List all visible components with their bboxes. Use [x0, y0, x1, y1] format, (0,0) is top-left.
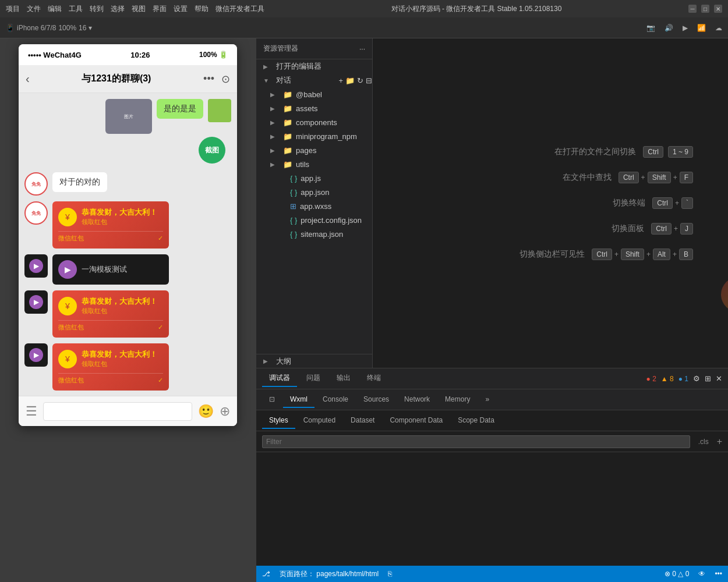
panel-tab-sources[interactable]: Sources [356, 392, 396, 408]
more-icon[interactable]: ••• [715, 570, 722, 578]
close-button[interactable]: ✕ [714, 5, 722, 13]
explorer-actions[interactable]: ··· [359, 45, 365, 53]
tree-item-appjson[interactable]: { } app.json [256, 185, 372, 199]
menu-item-select[interactable]: 选择 [111, 4, 125, 14]
tree-item-miniprogram-npm[interactable]: ▶ 📁 miniprogram_npm [256, 129, 372, 143]
emoji-icon[interactable]: 🙂 [198, 404, 214, 419]
menu-item-devtools[interactable]: 微信开发者工具 [215, 4, 264, 14]
folder-icon: 📁 [283, 160, 292, 169]
tab-debugger[interactable]: 调试器 [262, 371, 297, 387]
toolbar-screenshot[interactable]: 📷 [646, 24, 655, 32]
arrow-icon: ▶ [270, 91, 280, 98]
minimize-button[interactable]: ─ [688, 5, 697, 13]
tree-item-appwxss[interactable]: ⊞ app.wxss [256, 199, 372, 213]
style-tab-component-data[interactable]: Component Data [383, 413, 450, 429]
settings-icon[interactable]: ⚙ [693, 374, 700, 383]
tree-item-pages[interactable]: ▶ 📁 pages [256, 143, 372, 157]
header-action-icons[interactable]: ••• ⊙ [203, 73, 230, 86]
refresh-icon[interactable]: ↻ [357, 76, 363, 85]
close-icon[interactable]: ✕ [716, 374, 722, 383]
chat-title: 与1231的群聊(3) [34, 73, 199, 85]
back-button[interactable]: ‹ [26, 72, 30, 86]
style-tab-computed[interactable]: Computed [296, 413, 342, 429]
key-b: B [679, 249, 693, 260]
new-folder-icon[interactable]: 📁 [345, 76, 355, 85]
menu-item-edit[interactable]: 编辑 [48, 4, 62, 14]
tree-item-assets[interactable]: ▶ 📁 assets [256, 101, 372, 115]
shortcut-label: 切换面板 [612, 223, 644, 234]
tree-item-utils[interactable]: ▶ 📁 utils [256, 157, 372, 171]
menu-item-help[interactable]: 帮助 [195, 4, 208, 14]
chat-input[interactable] [43, 402, 192, 421]
red-packet-title: 恭喜发财，大吉大利！ [82, 207, 157, 218]
maximize-button[interactable]: □ [701, 5, 709, 13]
menu-icon[interactable]: ☰ [26, 404, 37, 419]
panel-tab-more[interactable]: » [478, 392, 496, 408]
shortcut-row: 切换侧边栏可见性 Ctrl + Shift + Alt + B [520, 249, 693, 260]
window-controls[interactable]: ─ □ ✕ [688, 5, 722, 13]
red-packet-icon: ¥ [58, 350, 77, 368]
style-tab-styles[interactable]: Styles [262, 413, 295, 429]
project-actions[interactable]: + 📁 ↻ ⊟ [338, 76, 372, 85]
key-sep: + [674, 225, 678, 233]
avatar [208, 99, 231, 122]
camera-icon[interactable]: ⊙ [221, 73, 230, 86]
view-icon[interactable]: 👁 [698, 570, 705, 578]
menu-item-goto[interactable]: 转到 [90, 4, 104, 14]
title-menu[interactable]: 项目 文件 编辑 工具 转到 选择 视图 界面 设置 帮助 微信开发者工具 [6, 4, 264, 14]
toolbar-device[interactable]: 📱 iPhone 6/7/8 100% 16 ▾ [6, 24, 92, 32]
toolbar-audio[interactable]: 🔊 [665, 24, 673, 32]
tab-output[interactable]: 输出 [330, 371, 358, 387]
toolbar-network[interactable]: 📶 [697, 24, 706, 32]
menu-item-settings[interactable]: 设置 [174, 4, 188, 14]
arrow-icon: ▶ [270, 133, 280, 140]
toolbar-video[interactable]: ▶ [683, 24, 688, 32]
tree-item-components[interactable]: ▶ 📁 components [256, 115, 372, 129]
menu-item-project[interactable]: 项目 [6, 4, 20, 14]
section-outline[interactable]: ▶ 大纲 [256, 354, 372, 368]
tab-issues[interactable]: 问题 [299, 371, 327, 387]
tree-item-project-config[interactable]: { } project.config.json [256, 213, 372, 227]
menu-item-tools[interactable]: 工具 [69, 4, 83, 14]
outline-label: 大纲 [276, 356, 291, 367]
tree-item-babel[interactable]: ▶ 📁 @babel [256, 87, 372, 101]
toolbar-cloud[interactable]: ☁ [715, 24, 722, 32]
copy-icon[interactable]: ⎘ [388, 570, 392, 578]
section-project[interactable]: ▼ 对话 + 📁 ↻ ⊟ [256, 73, 372, 87]
carrier-label: ••••• WeChat4G [28, 51, 82, 59]
add-icon[interactable]: ⊕ [220, 404, 230, 419]
style-tab-scope-data[interactable]: Scope Data [451, 413, 501, 429]
new-file-icon[interactable]: + [338, 76, 343, 85]
panel-tab-console[interactable]: Console [316, 392, 355, 408]
devtools-style-tabs: Styles Computed Dataset Component Data S… [256, 410, 728, 431]
arrow-icon: ▶ [270, 105, 280, 112]
more-icon[interactable]: ··· [359, 45, 365, 53]
menu-item-file[interactable]: 文件 [27, 4, 41, 14]
panel-tab-network[interactable]: Network [397, 392, 437, 408]
error-badge: ● 2 [646, 375, 656, 383]
cls-button[interactable]: .cls [695, 436, 712, 447]
tree-item-sitemap[interactable]: { } sitemap.json [256, 227, 372, 241]
add-style-icon[interactable]: + [717, 436, 722, 447]
layout-icon[interactable]: ⊞ [705, 374, 711, 383]
folder-icon: 📁 [283, 146, 292, 155]
file-icon: ⊞ [290, 202, 296, 211]
menu-item-interface[interactable]: 界面 [153, 4, 167, 14]
panel-tab-inspect[interactable]: ⊡ [262, 392, 282, 408]
panel-tab-memory[interactable]: Memory [438, 392, 477, 408]
screenshot-button[interactable]: 截图 [199, 137, 225, 164]
collapse-icon[interactable]: ⊟ [366, 76, 372, 85]
phone-status-bar: ••••• WeChat4G 10:26 100% 🔋 [19, 44, 237, 65]
remote-icon: ⎇ [262, 570, 270, 578]
filter-input[interactable] [262, 435, 690, 448]
shortcut-keys: Ctrl + Shift + Alt + B [592, 249, 693, 260]
panel-tab-wxml[interactable]: Wxml [283, 392, 314, 408]
tree-item-appjs[interactable]: { } app.js [256, 171, 372, 185]
menu-item-view[interactable]: 视图 [132, 4, 146, 14]
tab-terminal[interactable]: 终端 [360, 371, 388, 387]
style-tab-dataset[interactable]: Dataset [344, 413, 381, 429]
section-open-editors[interactable]: ▶ 打开的编辑器 [256, 59, 372, 73]
message-item: 免免 对于的对的 [24, 172, 231, 196]
more-icon[interactable]: ••• [203, 73, 214, 86]
shortcut-label: 在文件中查找 [563, 172, 612, 183]
